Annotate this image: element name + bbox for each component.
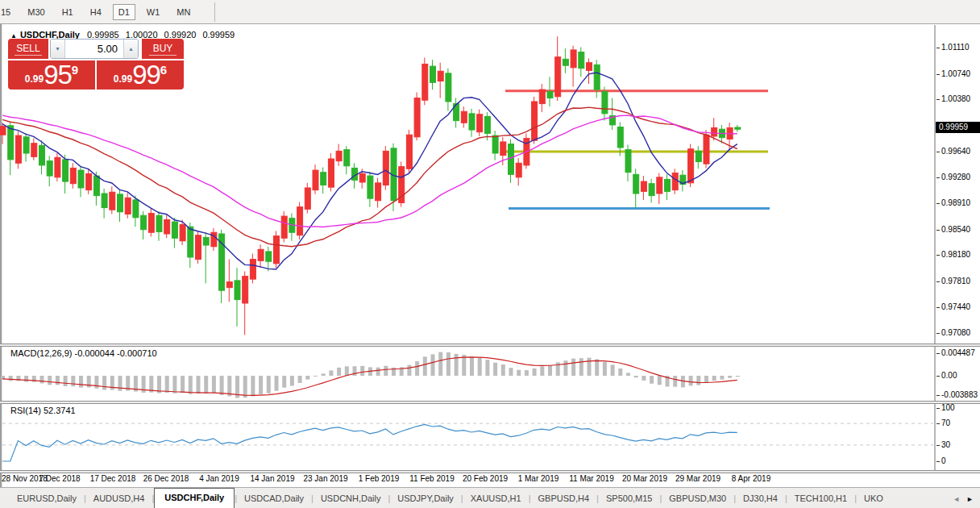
buy-button-label: BUY <box>153 43 173 54</box>
chart-tab-gbpusd[interactable]: GBPUSD,M30 <box>662 489 733 508</box>
ask-price-panel[interactable]: 0.99 99 6 <box>97 60 184 90</box>
macd-indicator-label: MACD(12,26,9) -0.000044 -0.000710 <box>10 348 157 358</box>
bid-price-panel[interactable]: 0.99 95 9 <box>8 60 95 90</box>
chart-tab-usdcad[interactable]: USDCAD,Daily <box>237 489 311 508</box>
one-click-trading-widget: SELL ▼ ▲ BUY 0.99 95 9 0.99 99 6 <box>8 39 184 90</box>
price-tick-label: 1.00380 <box>941 94 970 103</box>
macd-tick-label: 0.004487 <box>941 348 975 357</box>
chart-tab-usdchf[interactable]: USDCHF,Daily <box>154 488 235 508</box>
date-tick-label: 29 Mar 2019 <box>675 474 720 483</box>
date-tick-label: 14 Jan 2019 <box>250 474 294 483</box>
price-tick-label: 1.01110 <box>941 43 970 52</box>
date-tick-label: 7 Dec 2018 <box>39 474 80 483</box>
volume-increase-button[interactable]: ▲ <box>123 40 138 58</box>
date-tick-label: 11 Feb 2019 <box>409 474 454 483</box>
tab-scroll-left-icon[interactable]: ◄ <box>953 495 960 503</box>
bid-price-prefix: 0.99 <box>25 73 44 85</box>
date-axis-splitter <box>0 470 980 473</box>
sell-button[interactable]: SELL <box>8 39 48 59</box>
chart-tab-xauusd[interactable]: XAUUSD,H1 <box>463 489 529 508</box>
rsi-tick-label: 30 <box>941 440 950 449</box>
buy-button[interactable]: BUY <box>142 39 184 59</box>
chart-tab-eurusd[interactable]: EURUSD,Daily <box>10 489 84 508</box>
macd-panel-splitter[interactable] <box>0 344 980 347</box>
chart-tab-gbpusd[interactable]: GBPUSD,H4 <box>531 489 597 508</box>
rsi-tick-label: 70 <box>941 418 950 427</box>
date-tick-label: 11 Mar 2019 <box>569 474 613 483</box>
date-tick-label: 26 Dec 2018 <box>143 474 189 483</box>
trading-platform-window: 15M30H1H4D1W1MN ▲USDCHF,Daily 0.99985 1.… <box>0 0 980 508</box>
symbol-tab-bar: EURUSD,Daily|AUDUSD,H4|USDCHF,Daily|USDC… <box>0 487 980 508</box>
price-tick-label: 0.97810 <box>941 277 970 285</box>
rsi-indicator-label: RSI(14) 52.3741 <box>10 406 76 415</box>
ask-price-main: 99 <box>132 63 160 87</box>
rsi-line <box>2 424 737 461</box>
chart-tab-usdjpy[interactable]: USDJPY,Daily <box>390 489 461 508</box>
rsi-tick-label: 100 <box>941 403 955 412</box>
price-tick-label: 0.98540 <box>941 225 970 234</box>
chart-tab-usdcnh[interactable]: USDCNH,Daily <box>314 489 388 508</box>
date-tick-label: 4 Jan 2019 <box>199 474 239 483</box>
ask-price-pip: 6 <box>160 63 167 77</box>
date-tick-label: 20 Mar 2019 <box>622 474 667 483</box>
macd-tick-label: -0.003883 <box>941 390 978 399</box>
current-price-tag: 0.99959 <box>936 122 980 133</box>
chart-tab-tech100[interactable]: TECH100,H1 <box>787 489 854 508</box>
rsi-panel-splitter[interactable] <box>0 401 980 404</box>
tab-scroll-right-icon[interactable]: ► <box>966 495 974 503</box>
macd-histogram <box>1 352 740 398</box>
chart-tab-dj30[interactable]: DJ30,H4 <box>736 489 785 508</box>
ask-price-prefix: 0.99 <box>114 73 132 85</box>
price-tick-label: 0.98180 <box>941 250 970 259</box>
chart-tab-sp500[interactable]: SP500,M15 <box>599 489 659 508</box>
volume-input[interactable] <box>65 40 123 58</box>
tab-scroll-controls: ◄ ► <box>949 495 980 508</box>
price-tick-label: 0.99640 <box>941 147 970 156</box>
date-axis: 28 Nov 20187 Dec 201817 Dec 201826 Dec 2… <box>0 474 935 486</box>
bid-price-pip: 9 <box>72 63 78 77</box>
macd-tick-label: 0.00 <box>941 371 957 380</box>
price-tick-label: 0.97440 <box>941 302 970 311</box>
price-tick-label: 0.97080 <box>941 328 970 337</box>
date-tick-label: 17 Dec 2018 <box>90 474 136 483</box>
price-tick-label: 1.00740 <box>941 69 970 78</box>
price-tick-label: 0.98910 <box>941 198 970 207</box>
chart-tab-audusd[interactable]: AUDUSD,H4 <box>86 489 152 508</box>
chart-tab-uko[interactable]: UKO <box>857 489 891 508</box>
date-tick-label: 1 Feb 2019 <box>359 474 400 483</box>
sell-button-label: SELL <box>16 43 39 54</box>
triangle-down-icon: ▼ <box>55 46 60 52</box>
rsi-tick-label: 0 <box>941 456 946 465</box>
date-tick-label: 23 Jan 2019 <box>303 474 347 483</box>
volume-spinner: ▼ ▲ <box>50 39 139 59</box>
date-tick-label: 8 Apr 2019 <box>732 474 770 483</box>
triangle-up-icon: ▲ <box>128 46 134 52</box>
price-tick-label: 0.99280 <box>941 173 970 181</box>
ohlc-close: 0.99959 <box>202 30 235 40</box>
bid-price-main: 95 <box>44 63 72 87</box>
date-tick-label: 20 Feb 2019 <box>463 474 508 483</box>
volume-decrease-button[interactable]: ▼ <box>51 40 65 58</box>
date-tick-label: 1 Mar 2019 <box>518 474 559 483</box>
